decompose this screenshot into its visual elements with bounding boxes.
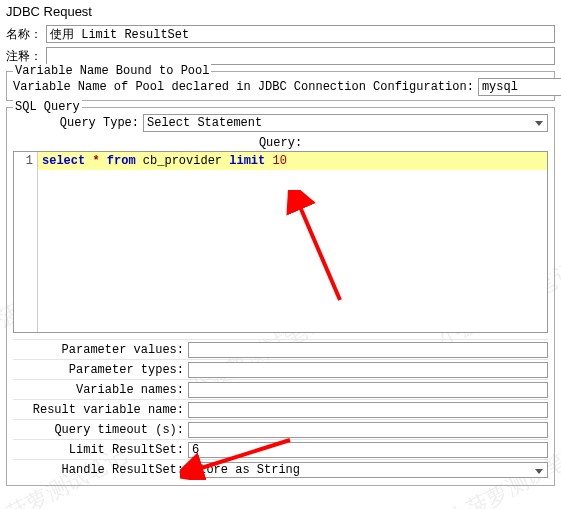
query-timeout-label: Query timeout (s): <box>13 423 188 437</box>
handle-resultset-label: Handle ResultSet: <box>13 463 188 477</box>
pool-name-input[interactable] <box>478 78 561 96</box>
variable-pool-legend: Variable Name Bound to Pool <box>13 64 211 78</box>
sql-query-fieldset: SQL Query Query Type: Select Statement Q… <box>6 107 555 486</box>
query-editor[interactable]: 1 select * from cb_provider limit 10 <box>13 151 548 333</box>
param-types-input[interactable] <box>188 362 548 378</box>
query-type-select[interactable]: Select Statement <box>143 114 548 132</box>
param-types-label: Parameter types: <box>13 363 188 377</box>
variable-pool-fieldset: Variable Name Bound to Pool Variable Nam… <box>6 71 555 101</box>
result-variable-input[interactable] <box>188 402 548 418</box>
params-section: Parameter values: Parameter types: Varia… <box>13 339 548 479</box>
limit-resultset-label: Limit ResultSet: <box>13 443 188 457</box>
query-label: Query: <box>13 136 548 150</box>
query-type-value: Select Statement <box>147 116 262 130</box>
variable-names-label: Variable names: <box>13 383 188 397</box>
limit-resultset-input[interactable] <box>188 442 548 458</box>
handle-resultset-value: Store as String <box>192 463 300 477</box>
variable-names-input[interactable] <box>188 382 548 398</box>
param-values-input[interactable] <box>188 342 548 358</box>
page-title: JDBC Request <box>6 4 555 19</box>
name-label: 名称： <box>6 26 46 43</box>
comments-input[interactable] <box>46 47 555 65</box>
editor-gutter: 1 <box>14 152 38 332</box>
param-values-label: Parameter values: <box>13 343 188 357</box>
handle-resultset-select[interactable]: Store as String <box>188 462 548 478</box>
comments-label: 注释： <box>6 48 46 65</box>
code-line-1[interactable]: select * from cb_provider limit 10 <box>38 152 547 170</box>
pool-name-label: Variable Name of Pool declared in JDBC C… <box>13 80 478 94</box>
query-type-label: Query Type: <box>13 116 143 130</box>
query-timeout-input[interactable] <box>188 422 548 438</box>
editor-area[interactable]: select * from cb_provider limit 10 <box>38 152 547 332</box>
name-input[interactable] <box>46 25 555 43</box>
result-variable-label: Result variable name: <box>13 403 188 417</box>
sql-query-legend: SQL Query <box>13 100 82 114</box>
